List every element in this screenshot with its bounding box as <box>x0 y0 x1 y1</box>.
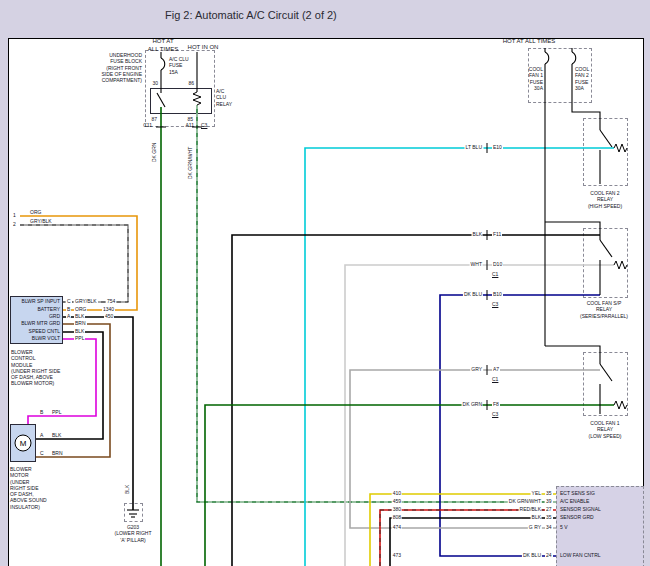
ac-clu-fuse-label: A/C CLU FUSE 15A <box>169 56 189 75</box>
module-row-blwr-mtr-grd: BLWR MTR GRD <box>21 320 60 326</box>
ckt-410-color: YEL <box>531 490 542 496</box>
module-pin-a: A <box>66 313 71 319</box>
module-pin-c: C <box>66 298 72 304</box>
ckt-473-color: DK BLU <box>522 552 542 558</box>
module-row-grd: GRD <box>49 313 60 319</box>
wire-dk-blu-label: DK BLU <box>463 291 483 297</box>
conn-c3-fan1: C3 <box>492 411 498 417</box>
cool-fan2-fuse-label: COOL FAN 2 FUSE 30A <box>575 66 589 91</box>
cool-fan2-relay-label: COOL FAN 2 RELAY (HIGH SPEED) <box>588 190 622 209</box>
wire-dk-grn-rot-label: DK GRN <box>151 142 157 163</box>
wire-dk-grn-wht-rot-label: DK GRN/WHT <box>187 146 193 180</box>
conn-c11: C11 <box>143 122 152 128</box>
ckt-473-num: 473 <box>392 552 402 558</box>
wire-wht-label: WHT <box>470 261 483 267</box>
figure-title: Fig 2: Automatic A/C Circuit (2 of 2) <box>165 9 337 21</box>
ckt-459-num: 459 <box>392 498 402 504</box>
ac-clu-relay-label: A/C CLU RELAY <box>216 88 232 107</box>
pin-b10: B10 <box>492 291 503 297</box>
ckt-474-num: 474 <box>392 524 402 530</box>
pcm-row-low-fan-cntrl: LOW FAN CNTRL <box>560 552 601 558</box>
wire-ppl-label: PPL <box>74 335 85 341</box>
pcm-row-ect-sens-sig: ECT SENS SIG <box>560 490 595 496</box>
ckt-808-color: BLK <box>531 514 542 520</box>
pin-a7: A7 <box>492 366 500 372</box>
pin-86: 86 <box>188 80 194 86</box>
wire-lt-blu-label: LT BLU <box>465 144 484 150</box>
conn-c1-sp: C1 <box>492 271 498 277</box>
pcm-row-sensor-grd: SENSOR GRD <box>560 514 594 520</box>
cool-fan-sp-relay-label: COOL FAN S/P RELAY (SERIES/PARALLEL) <box>580 300 628 319</box>
pin-1: 1 <box>13 212 16 218</box>
motor-pin-c: C <box>40 450 44 456</box>
ckt-754-num: 754 <box>106 298 116 304</box>
pin-f8: F8 <box>492 401 500 407</box>
hot-in-on: HOT IN ON <box>188 44 219 52</box>
ckt-474-color: G RY <box>528 524 542 530</box>
motor-wire-ppl: PPL <box>52 409 61 415</box>
cool-fan1-fuse-label: COOL FAN 1 FUSE 30A <box>529 66 543 91</box>
pin-f11: F11 <box>492 231 502 237</box>
conn-c1-fan1: C1 <box>492 376 498 382</box>
module-row-battery: BATTERY <box>37 306 60 312</box>
ckt-808-num: 808 <box>392 514 402 520</box>
ckt-459-pin: 39 <box>545 498 553 504</box>
conn-c3-top: C3 <box>201 122 207 128</box>
motor-caption: BLOWER MOTOR (UNDER RIGHT SIDE OF DASH, … <box>10 466 47 510</box>
wire-gry-label: GRY <box>470 366 483 372</box>
ckt-380-pin: 27 <box>545 506 553 512</box>
wire-org-label: ORG <box>30 209 41 215</box>
g203-label: G203 (LOWER RIGHT 'A' PILLAR) <box>115 524 152 543</box>
ckt-410-num: 410 <box>392 490 402 496</box>
ckt-808-pin: 35 <box>545 514 553 520</box>
pcm-row-sensor-signal: SENSOR SIGNAL <box>560 506 601 512</box>
motor-pin-a: A <box>40 432 43 438</box>
motor-wire-brn: BRN <box>52 450 63 456</box>
wire-blk-label: BLK <box>74 328 85 334</box>
ckt-450-num: 450 <box>104 313 114 319</box>
wire-blk-g203-rot-label: BLK <box>124 484 130 495</box>
module-pin-b: B <box>66 306 71 312</box>
pin-2: 2 <box>13 221 16 227</box>
wire-blk-f11-label: BLK <box>472 231 483 237</box>
ckt-410-pin: 35 <box>545 490 553 496</box>
ckt-380-color: RED/BLK <box>519 506 542 512</box>
module-row-blwr-sp-input: BLWR SP INPUT <box>22 298 60 304</box>
ckt-474-pin: 34 <box>545 524 553 530</box>
pcm-row-5v: 5 V <box>560 524 568 530</box>
pin-d10: D10 <box>492 261 503 267</box>
ckt-380-num: 380 <box>392 506 402 512</box>
ckt-459-color: DK GRN/WHT <box>508 498 542 504</box>
wire-dk-grn-f8-label: DK GRN <box>462 401 483 407</box>
conn-c3-sp: C3 <box>492 301 498 307</box>
conn-a11: A11 <box>185 122 194 128</box>
motor-wire-blk: BLK <box>52 432 61 438</box>
underhood-fuse-block-note: UNDERHOOD FUSE BLOCK (RIGHT FRONT SIDE O… <box>101 52 142 83</box>
ckt-450-color: BLK <box>74 313 85 319</box>
pin-e10: E10 <box>492 144 503 150</box>
hot-at-all-times-right: HOT AT ALL TIMES <box>503 38 556 46</box>
module-row-speed-cntl: SPEED CNTL <box>29 328 60 334</box>
pin-30: 30 <box>152 80 158 86</box>
ckt-1340-num: 1340 <box>102 306 115 312</box>
wire-brn-label: BRN <box>74 320 87 326</box>
module-caption: BLOWER CONTROL MODULE (UNDER RIGHT SIDE … <box>11 349 60 387</box>
ckt-1340-color: ORG <box>74 306 87 312</box>
hot-at-all-times-left: HOT AT ALL TIMES <box>148 38 178 53</box>
cool-fan1-relay-label: COOL FAN 1 RELAY (LOW SPEED) <box>588 420 621 439</box>
wire-gry-blk-label: GRY/BLK <box>30 218 52 224</box>
ckt-473-pin: 24 <box>545 552 553 558</box>
module-row-blwr-volt: BLWR VOLT <box>32 335 60 341</box>
pcm-row-ac-enable: A/C ENABLE <box>560 498 589 504</box>
motor-pin-b: B <box>40 409 43 415</box>
ckt-754-color: GRY/BLK <box>74 298 98 304</box>
labels-layer: HOT AT ALL TIMESHOT IN ONUNDERHOOD FUSE … <box>0 0 650 566</box>
